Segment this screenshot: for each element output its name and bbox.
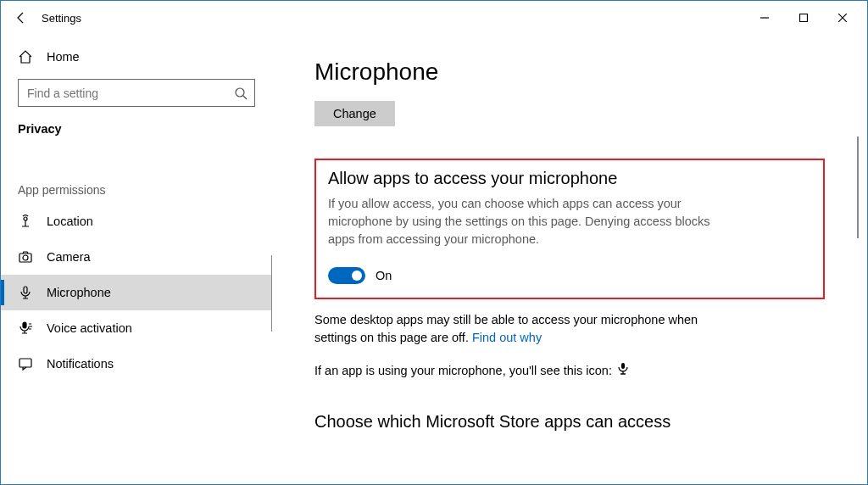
change-button[interactable]: Change [314,101,395,126]
svg-rect-8 [621,363,625,369]
titlebar: Settings [1,1,867,35]
allow-apps-toggle-row: On [328,267,811,284]
sidebar-group-app-permissions: App permissions [1,141,272,203]
search-wrap [1,74,272,115]
close-icon [838,14,847,22]
window-controls [745,4,862,31]
search-field[interactable] [27,86,234,100]
back-button[interactable] [6,3,36,33]
window-title: Settings [42,12,81,25]
allow-apps-toggle[interactable] [328,267,365,284]
sidebar-item-label: Location [47,215,93,228]
sidebar-item-label: Voice activation [47,321,132,335]
svg-point-1 [236,88,244,97]
sidebar-item-notifications[interactable]: Notifications [1,346,272,382]
toggle-state-label: On [376,269,392,282]
svg-rect-0 [800,14,808,22]
svg-point-2 [24,217,27,220]
allow-apps-heading: Allow apps to access your microphone [328,169,811,188]
sidebar-section-privacy: Privacy [1,115,272,141]
camera-icon [18,249,33,265]
search-icon [234,86,248,100]
microphone-status-icon [617,362,629,378]
mic-in-use-text: If an app is using your microphone, you'… [314,364,612,377]
sidebar-item-label: Camera [47,250,91,264]
allow-apps-section: Allow apps to access your microphone If … [314,159,825,299]
minimize-button[interactable] [745,4,784,31]
choose-apps-heading: Choose which Microsoft Store apps can ac… [314,412,721,432]
allow-apps-description: If you allow access, you can choose whic… [328,195,735,248]
sidebar-item-microphone[interactable]: Microphone [1,275,272,310]
sidebar-home[interactable]: Home [1,40,272,74]
microphone-icon [18,285,33,300]
sidebar-item-location[interactable]: Location [1,203,272,239]
svg-rect-7 [19,359,31,367]
home-icon [18,49,33,64]
mic-in-use-note: If an app is using your microphone, you'… [314,362,825,378]
body: Home Privacy App permissions Location [1,35,867,484]
sidebar-item-camera[interactable]: Camera [1,239,272,275]
svg-rect-6 [23,322,26,328]
sidebar-item-label: Microphone [47,286,111,299]
desktop-apps-note: Some desktop apps may still be able to a… [314,311,721,347]
page-title: Microphone [314,59,825,86]
sidebar-item-label: Notifications [47,357,114,371]
settings-window: Settings Home [0,0,868,485]
close-button[interactable] [823,4,862,31]
maximize-icon [799,14,808,22]
svg-rect-5 [24,287,27,293]
content-pane: Microphone Change Allow apps to access y… [272,35,867,484]
search-input[interactable] [18,79,255,107]
arrow-left-icon [14,11,28,25]
sidebar-home-label: Home [47,50,80,64]
maximize-button[interactable] [784,4,823,31]
minimize-icon [760,14,769,22]
toggle-knob [352,270,362,281]
svg-point-4 [23,255,28,260]
find-out-why-link[interactable]: Find out why [472,331,542,344]
voice-activation-icon [18,321,33,336]
sidebar: Home Privacy App permissions Location [1,35,272,484]
notifications-icon [18,356,33,371]
sidebar-item-voice-activation[interactable]: Voice activation [1,310,272,346]
location-icon [18,214,33,229]
